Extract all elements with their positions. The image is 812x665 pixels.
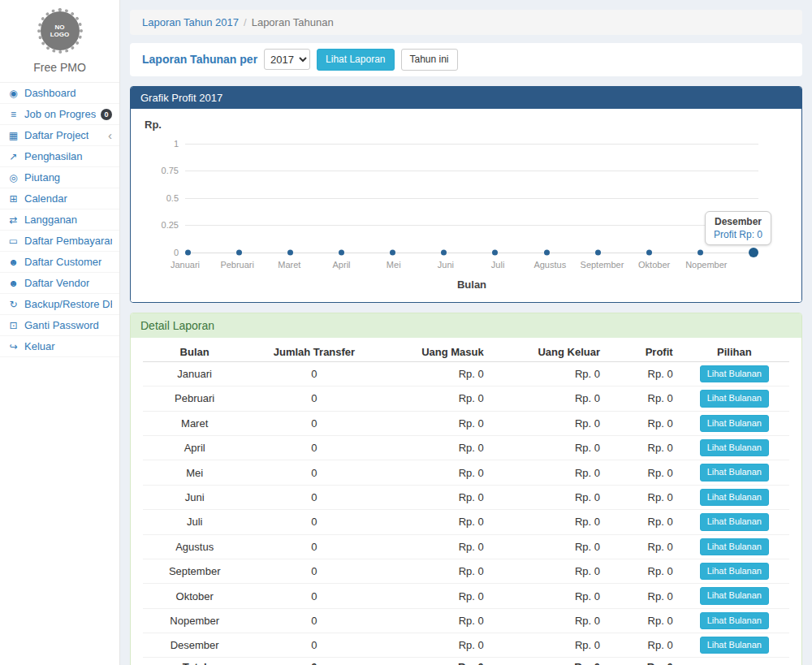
action-cell: Lihat Bulanan (680, 633, 789, 658)
jumlah-transfer-cell: 0 (246, 608, 382, 633)
data-point[interactable] (595, 249, 601, 255)
y-tick-label: 0.5 (148, 193, 179, 203)
tasks-icon: ≡ (7, 109, 19, 120)
lihat-bulanan-button[interactable]: Lihat Bulanan (700, 365, 769, 382)
gridline: 0 (185, 253, 758, 253)
lihat-bulanan-button[interactable]: Lihat Bulanan (700, 587, 769, 604)
tahun-ini-button[interactable]: Tahun ini (401, 49, 458, 71)
total-keluar-cell: Rp. 0 (505, 658, 621, 665)
data-point[interactable] (698, 249, 703, 255)
uang-masuk-cell: Rp. 0 (382, 361, 505, 386)
y-tick-label: 0.75 (148, 166, 179, 175)
jumlah-transfer-cell: 0 (246, 534, 382, 559)
uang-masuk-cell: Rp. 0 (382, 633, 505, 658)
uang-keluar-cell: Rp. 0 (505, 411, 621, 435)
sidebar-item-label: Penghasilan (24, 150, 83, 162)
data-point[interactable] (749, 248, 758, 257)
x-tick-label: Maret (278, 260, 300, 270)
sidebar-item-label: Daftar Project (24, 129, 89, 141)
x-axis-label: Bulan (185, 279, 758, 291)
sidebar-item[interactable]: ⇄ Langganan (0, 209, 119, 231)
data-point[interactable] (646, 249, 652, 255)
x-tick-label: April (333, 260, 351, 270)
dashboard-icon: ◉ (7, 88, 19, 99)
lihat-bulanan-button[interactable]: Lihat Bulanan (700, 464, 769, 481)
sidebar-item[interactable]: ↪ Keluar (0, 336, 119, 357)
gridline: 0.5 (185, 198, 758, 199)
lihat-bulanan-button[interactable]: Lihat Bulanan (700, 489, 769, 506)
lihat-bulanan-button[interactable]: Lihat Bulanan (700, 612, 769, 629)
total-profit-cell: Rp. 0 (621, 658, 680, 665)
sidebar-item[interactable]: ▦ Daftar Project ‹ (0, 125, 119, 146)
sidebar-item[interactable]: ☻ Daftar Customer (0, 252, 119, 273)
lihat-bulanan-button[interactable]: Lihat Bulanan (700, 513, 769, 530)
uang-masuk-cell: Rp. 0 (382, 485, 505, 509)
lihat-bulanan-button[interactable]: Lihat Bulanan (700, 415, 769, 432)
lihat-bulanan-button[interactable]: Lihat Bulanan (700, 637, 769, 654)
data-point[interactable] (390, 249, 395, 255)
payment-icon: ▭ (7, 235, 19, 247)
y-axis-label: Rp. (145, 119, 789, 131)
count-badge: 0 (101, 109, 112, 120)
detail-panel-title: Detail Laporan (131, 313, 801, 338)
sidebar-item-label: Backup/Restore DB (24, 298, 112, 310)
sidebar-item[interactable]: ⊡ Ganti Password (0, 315, 119, 336)
month-cell: Agustus (143, 534, 246, 559)
sidebar-item[interactable]: ⊞ Calendar (0, 188, 119, 209)
breadcrumb-link[interactable]: Laporan Tahun 2017 (142, 16, 239, 28)
receivable-icon: ◎ (7, 172, 19, 184)
lihat-bulanan-button[interactable]: Lihat Bulanan (700, 390, 769, 407)
jumlah-transfer-cell: 0 (246, 559, 382, 583)
action-cell: Lihat Bulanan (680, 534, 789, 559)
table-row: Maret 0 Rp. 0 Rp. 0 Rp. 0 Lihat Bulanan (143, 411, 789, 435)
profit-chart-panel: Grafik Profit 2017 Rp. 1 0.75 (130, 86, 802, 303)
data-point[interactable] (287, 249, 293, 255)
data-point[interactable] (492, 249, 498, 255)
sidebar-item[interactable]: ◉ Dashboard (0, 83, 119, 104)
sidebar-item[interactable]: ◎ Piutang (0, 167, 119, 188)
month-cell: September (143, 559, 246, 583)
uang-keluar-cell: Rp. 0 (505, 608, 621, 633)
uang-keluar-cell: Rp. 0 (505, 534, 621, 559)
uang-masuk-cell: Rp. 0 (382, 460, 505, 485)
data-point[interactable] (544, 249, 550, 255)
data-point[interactable] (236, 249, 242, 255)
sidebar: NO LOGO Free PMO ◉ Dashboard ≡ Job on Pr… (0, 0, 120, 665)
action-cell: Lihat Bulanan (680, 435, 789, 460)
lihat-bulanan-button[interactable]: Lihat Bulanan (700, 538, 769, 555)
sidebar-item[interactable]: ☻ Daftar Vendor (0, 273, 119, 294)
table-row: Mei 0 Rp. 0 Rp. 0 Rp. 0 Lihat Bulanan (143, 460, 789, 485)
breadcrumb: Laporan Tahun 2017/Laporan Tahunan (130, 10, 802, 35)
subscription-icon: ⇄ (7, 214, 19, 226)
sidebar-item[interactable]: ↻ Backup/Restore DB (0, 294, 119, 315)
lihat-bulanan-button[interactable]: Lihat Bulanan (700, 563, 769, 580)
month-cell: Maret (143, 411, 246, 435)
table-row: Pebruari 0 Rp. 0 Rp. 0 Rp. 0 Lihat Bulan… (143, 386, 789, 411)
total-jumlah-cell: 0 (246, 658, 382, 665)
total-label-cell: Total (143, 658, 246, 665)
data-point[interactable] (185, 249, 191, 255)
logo-block: NO LOGO Free PMO (0, 0, 119, 83)
jumlah-transfer-cell: 0 (246, 435, 382, 460)
x-tick-label: Juni (438, 260, 454, 270)
lihat-laporan-button[interactable]: Lihat Laporan (317, 49, 394, 71)
sidebar-item[interactable]: ≡ Job on Progress 0 (0, 104, 119, 125)
sidebar-item-label: Piutang (24, 171, 60, 184)
tooltip-value: Profit Rp: 0 (714, 229, 762, 240)
tooltip-title: Desember (714, 216, 762, 227)
sidebar-item[interactable]: ▭ Daftar Pembayaran (0, 231, 119, 252)
chart-plot-area: 1 0.75 0.5 0.25 (185, 144, 758, 253)
table-row: Nopember 0 Rp. 0 Rp. 0 Rp. 0 Lihat Bulan… (143, 608, 789, 633)
profit-cell: Rp. 0 (621, 608, 680, 633)
table-row: September 0 Rp. 0 Rp. 0 Rp. 0 Lihat Bula… (143, 559, 789, 583)
gridline: 0.25 (185, 225, 758, 226)
data-point[interactable] (441, 249, 447, 255)
year-select[interactable]: 2017 (264, 49, 310, 70)
data-point[interactable] (339, 249, 344, 255)
sidebar-item[interactable]: ↗ Penghasilan (0, 146, 119, 167)
vendors-icon: ☻ (7, 278, 19, 289)
uang-masuk-cell: Rp. 0 (382, 386, 505, 411)
table-row: Juli 0 Rp. 0 Rp. 0 Rp. 0 Lihat Bulanan (143, 510, 789, 534)
lihat-bulanan-button[interactable]: Lihat Bulanan (700, 439, 769, 456)
month-cell: Oktober (143, 584, 246, 608)
